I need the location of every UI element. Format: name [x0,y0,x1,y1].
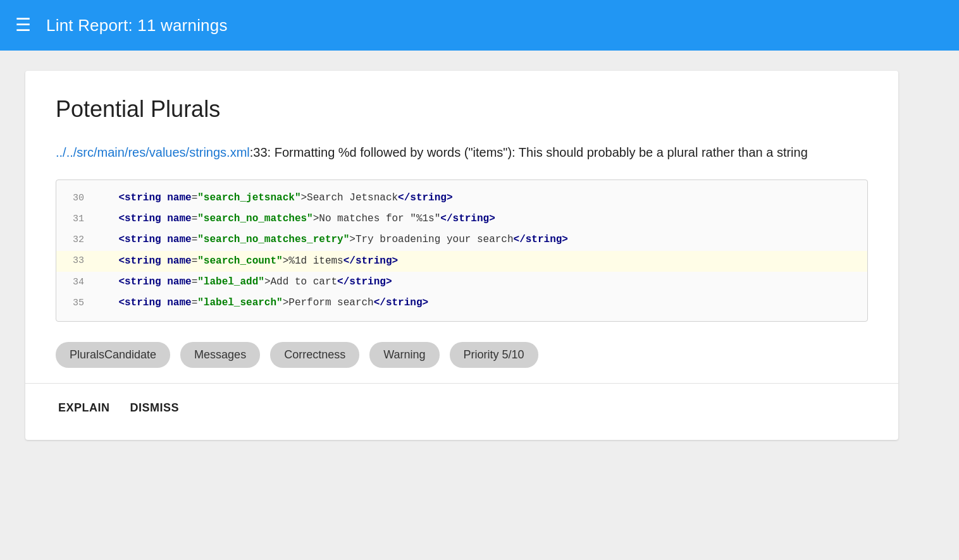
issue-file-link[interactable]: ../../src/main/res/values/strings.xml [56,145,250,159]
chip[interactable]: PluralsCandidate [56,342,170,368]
code-line: 30 <string name="search_jetsnack">Search… [56,188,867,209]
tags-row: PluralsCandidateMessagesCorrectnessWarni… [56,342,868,368]
line-number: 33 [56,253,94,269]
chip[interactable]: Warning [369,342,439,368]
issue-description-text: :33: Formatting %d followed by words ("i… [250,145,808,159]
code-line: 32 <string name="search_no_matches_retry… [56,229,867,250]
app-bar-title: Lint Report: 11 warnings [46,16,228,35]
code-line: 31 <string name="search_no_matches">No m… [56,209,867,229]
code-content: <string name="label_add">Add to cart</st… [94,274,392,291]
code-line: 35 <string name="label_search">Perform s… [56,293,867,313]
code-content: <string name="search_no_matches">No matc… [94,210,495,228]
dismiss-button[interactable]: DISMISS [128,396,182,420]
chip[interactable]: Messages [180,342,260,368]
code-block: 30 <string name="search_jetsnack">Search… [56,180,868,322]
code-content: <string name="search_count">%1d items</s… [94,253,398,270]
main-content: Potential Plurals ../../src/main/res/val… [0,51,959,460]
line-number: 31 [56,211,94,228]
chip[interactable]: Priority 5/10 [450,342,538,368]
code-line: 33 <string name="search_count">%1d items… [56,251,867,272]
chip[interactable]: Correctness [270,342,359,368]
line-number: 32 [56,232,94,248]
line-number: 34 [56,274,94,291]
issue-description: ../../src/main/res/values/strings.xml:33… [56,143,868,162]
code-content: <string name="search_no_matches_retry">T… [94,231,568,248]
line-number: 35 [56,295,94,312]
app-bar: ☰ Lint Report: 11 warnings [0,0,959,51]
card: Potential Plurals ../../src/main/res/val… [25,71,898,440]
menu-icon[interactable]: ☰ [15,16,31,34]
code-content: <string name="label_search">Perform sear… [94,295,428,312]
card-actions: EXPLAIN DISMISS [56,384,868,420]
card-title: Potential Plurals [56,96,868,123]
code-line: 34 <string name="label_add">Add to cart<… [56,272,867,293]
explain-button[interactable]: EXPLAIN [56,396,113,420]
code-content: <string name="search_jetsnack">Search Je… [94,190,453,207]
line-number: 30 [56,190,94,207]
